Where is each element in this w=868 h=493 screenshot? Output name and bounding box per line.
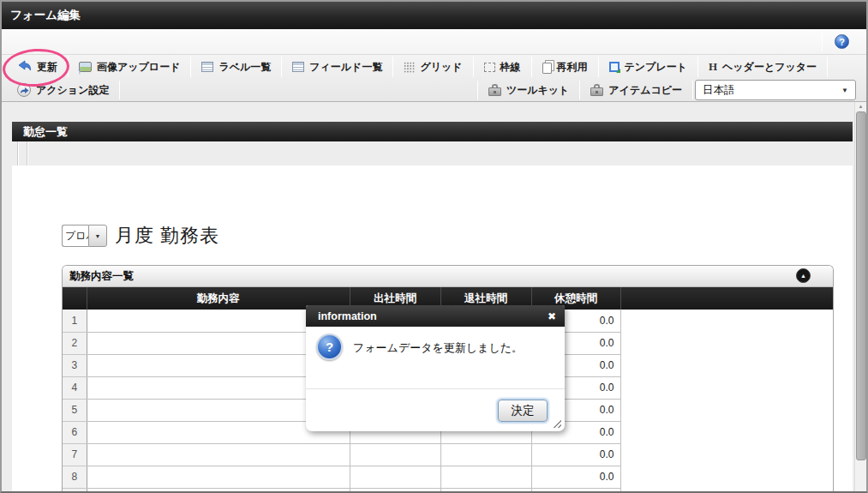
divider: [697, 57, 698, 77]
start-time-cell[interactable]: [350, 488, 440, 491]
help-strip: ?: [2, 29, 866, 55]
border-button[interactable]: 枠線: [476, 55, 530, 79]
chevron-up-icon: ▲: [800, 273, 806, 279]
toolkit-button[interactable]: ツールキット: [480, 79, 578, 101]
section-title: 勤怠一覧: [23, 124, 68, 140]
divider: [827, 57, 828, 77]
end-time-cell[interactable]: [440, 443, 531, 466]
update-label: 更新: [37, 60, 57, 75]
help-icon[interactable]: ?: [835, 34, 849, 49]
work-table-partial-row: [63, 488, 833, 491]
filler-cell: [620, 443, 833, 466]
form-canvas-main: 勤怠一覧 プロパ ▼ 月度 勤務表 勤務内容一覧: [2, 102, 854, 491]
language-select[interactable]: 日本語 ▼: [695, 80, 856, 100]
work-content-cell[interactable]: [87, 466, 350, 488]
window-titlebar: フォーム編集: [2, 2, 866, 29]
month-combo-dropdown-button[interactable]: ▼: [88, 225, 107, 247]
layout-guide-line: [27, 141, 28, 165]
divider: [68, 57, 69, 77]
scroll-up-icon[interactable]: ▲: [855, 102, 866, 111]
row-number-cell: 3: [63, 354, 87, 376]
filler-cell: [620, 399, 833, 421]
divider: [579, 81, 580, 99]
language-select-value: 日本語: [703, 83, 735, 98]
field-list-button[interactable]: フィールド一覧: [284, 55, 391, 79]
dialog-titlebar[interactable]: information ✖: [306, 305, 565, 327]
end-time-cell[interactable]: [440, 488, 531, 491]
divider: [190, 57, 191, 77]
collapse-panel-button[interactable]: ▲: [796, 268, 811, 283]
layout-guide-line: [17, 141, 19, 165]
row-number-cell: 7: [63, 443, 87, 466]
question-icon: ?: [316, 334, 343, 360]
row-number-cell: 2: [63, 332, 87, 354]
ok-button[interactable]: 決定: [498, 400, 548, 422]
form-edit-window: フォーム編集 ? 更新 画像アップロード ラベル一覧: [0, 0, 868, 493]
image-upload-button[interactable]: 画像アップロード: [70, 55, 189, 79]
dialog-title: information: [318, 310, 377, 322]
toolbar-row-1: 更新 画像アップロード ラベル一覧 フィールド一覧 グリッド: [2, 55, 866, 79]
chevron-down-icon: ▼: [841, 87, 848, 94]
month-combo-input[interactable]: プロパ: [62, 225, 88, 247]
update-arrow-icon: [17, 60, 32, 74]
header-footer-h-icon: H: [709, 60, 717, 74]
toolbar-spacer: [122, 79, 476, 101]
divider: [822, 33, 823, 51]
item-copy-button[interactable]: アイテムコピー: [582, 79, 691, 101]
image-upload-icon: [79, 62, 92, 72]
divider: [531, 57, 532, 77]
divider: [392, 57, 393, 77]
reuse-button[interactable]: 再利用: [534, 55, 596, 79]
toolbar-row-2: アクション設定 ツールキット アイテムコピー 日本語 ▼: [2, 79, 866, 101]
form-canvas-area: 勤怠一覧 プロパ ▼ 月度 勤務表 勤務内容一覧: [2, 102, 866, 491]
break-time-cell[interactable]: [531, 488, 620, 491]
item-copy-briefcase-icon: [590, 84, 603, 96]
row-number-cell: 4: [63, 376, 87, 399]
filler-cell: [620, 466, 833, 488]
field-list-icon: [292, 62, 304, 72]
end-time-cell[interactable]: [440, 466, 531, 488]
template-button[interactable]: テンプレート: [601, 55, 696, 79]
break-time-cell[interactable]: 0.0: [531, 443, 620, 466]
header-footer-button[interactable]: H ヘッダーとフッター: [700, 55, 825, 79]
work-content-cell[interactable]: [87, 443, 350, 466]
start-time-cell[interactable]: [350, 466, 440, 488]
window-title: フォーム編集: [10, 8, 81, 23]
col-row-number: [63, 287, 87, 310]
divider: [692, 81, 693, 99]
col-filler: [620, 287, 833, 310]
information-dialog: information ✖ ? フォームデータを更新しました。 決定: [306, 305, 565, 431]
resize-grip-icon[interactable]: [551, 418, 561, 428]
row-number-cell: 5: [63, 399, 87, 421]
template-icon: [609, 62, 620, 72]
work-content-cell[interactable]: [87, 488, 350, 491]
start-time-cell[interactable]: [350, 443, 440, 466]
action-settings-button[interactable]: アクション設定: [9, 79, 117, 101]
toolkit-briefcase-icon: [488, 84, 501, 96]
table-row-partial: [63, 488, 833, 491]
divider: [281, 57, 282, 77]
scrollbar-thumb[interactable]: [856, 111, 866, 460]
section-bar: 勤怠一覧: [12, 122, 853, 141]
close-icon[interactable]: ✖: [548, 310, 556, 322]
label-list-button[interactable]: ラベル一覧: [193, 55, 279, 79]
divider: [119, 81, 120, 99]
filler-cell: [620, 310, 833, 332]
grid-button[interactable]: グリッド: [395, 55, 470, 79]
label-list-icon: [201, 62, 213, 72]
reuse-pages-icon: [542, 63, 552, 74]
divider: [477, 81, 478, 99]
row-number-cell: 1: [63, 310, 87, 332]
month-combo-row: プロパ ▼ 月度 勤務表: [62, 223, 219, 249]
filler-cell: [620, 376, 833, 399]
dialog-message: フォームデータを更新しました。: [353, 340, 523, 388]
work-list-panel-header: 勤務内容一覧 ▲: [63, 266, 833, 287]
vertical-scrollbar[interactable]: ▲: [854, 102, 866, 491]
break-time-cell[interactable]: 0.0: [531, 466, 620, 488]
dialog-footer: 決定: [306, 388, 565, 431]
update-button[interactable]: 更新: [9, 55, 66, 79]
action-settings-icon: [17, 83, 31, 97]
toolbar: ? 更新 画像アップロード ラベル一覧 フィールド一覧: [2, 29, 866, 102]
table-row: 7 0.0: [63, 443, 833, 466]
border-icon: [484, 63, 495, 72]
